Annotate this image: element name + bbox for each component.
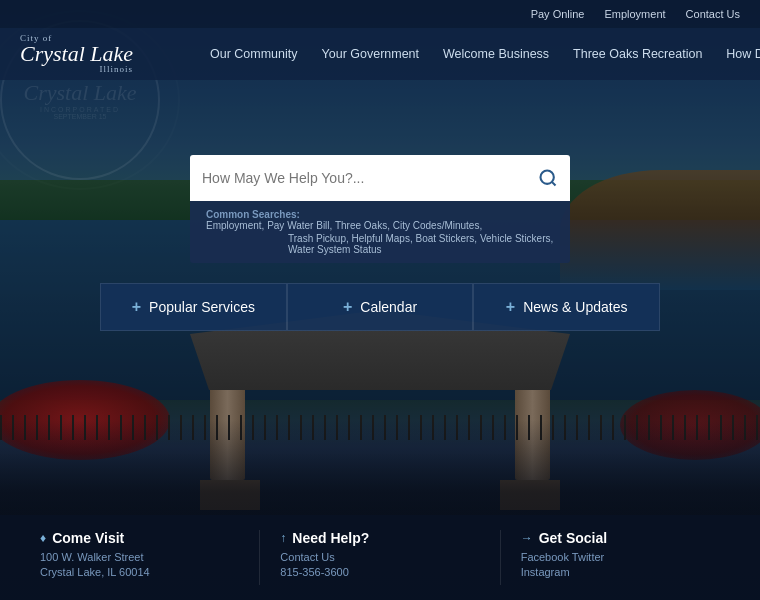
footer-divider-2	[500, 530, 501, 585]
nav-your-government[interactable]: Your Government	[312, 41, 430, 67]
pay-online-link[interactable]: Pay Online	[531, 8, 585, 20]
search-box	[190, 155, 570, 201]
common-searches-row2: Trash Pickup, Helpful Maps, Boat Sticker…	[206, 233, 554, 255]
calendar-label: Calendar	[360, 299, 417, 315]
main-nav: City of Crystal Lake Illinois Our Commun…	[0, 28, 760, 80]
social-icon: →	[521, 531, 533, 545]
help-icon: ↑	[280, 531, 286, 545]
logo-text: City of Crystal Lake Illinois	[20, 34, 133, 74]
utility-bar: Pay Online Employment Contact Us	[0, 0, 760, 28]
logo: City of Crystal Lake Illinois	[20, 34, 170, 74]
nav-links: Our Community Your Government Welcome Bu…	[200, 41, 760, 67]
footer-come-visit-text: 100 W. Walker Street Crystal Lake, IL 60…	[40, 550, 239, 581]
nav-welcome-business[interactable]: Welcome Business	[433, 41, 559, 67]
employment-link[interactable]: Employment	[604, 8, 665, 20]
location-icon: ♦	[40, 531, 46, 545]
nav-our-community[interactable]: Our Community	[200, 41, 308, 67]
action-buttons: + Popular Services + Calendar + News & U…	[100, 283, 660, 331]
footer-section: ♦ Come Visit 100 W. Walker Street Crysta…	[0, 515, 760, 600]
common-searches: Common Searches: Employment, Pay Water B…	[190, 201, 570, 263]
calendar-icon: +	[343, 298, 352, 316]
search-button[interactable]	[538, 168, 558, 188]
popular-services-btn[interactable]: + Popular Services	[100, 283, 287, 331]
footer-title-2: Get Social	[539, 530, 607, 546]
footer-need-help-title: ↑ Need Help?	[280, 530, 479, 546]
footer-come-visit-title: ♦ Come Visit	[40, 530, 239, 546]
common-searches-label: Common Searches:	[206, 209, 300, 220]
svg-point-0	[541, 171, 554, 184]
footer-get-social-title: → Get Social	[521, 530, 720, 546]
contact-us-link[interactable]: Contact Us	[686, 8, 740, 20]
footer-title-0: Come Visit	[52, 530, 124, 546]
search-input[interactable]	[202, 170, 538, 186]
footer-come-visit: ♦ Come Visit 100 W. Walker Street Crysta…	[40, 530, 239, 585]
common-searches-links-row2: Trash Pickup, Helpful Maps, Boat Sticker…	[288, 233, 554, 255]
footer-get-social-text: Facebook Twitter Instagram	[521, 550, 720, 581]
nav-how-do-i[interactable]: How Do I?	[716, 41, 760, 67]
logo-city-of: City of	[20, 34, 133, 43]
news-updates-icon: +	[506, 298, 515, 316]
popular-services-icon: +	[132, 298, 141, 316]
common-searches-row1: Common Searches: Employment, Pay Water B…	[206, 209, 554, 231]
footer-need-help: ↑ Need Help? Contact Us 815-356-3600	[280, 530, 479, 585]
news-updates-btn[interactable]: + News & Updates	[473, 283, 660, 331]
news-updates-label: News & Updates	[523, 299, 627, 315]
common-searches-links-row1: Employment, Pay Water Bill, Three Oaks, …	[206, 220, 482, 231]
calendar-btn[interactable]: + Calendar	[287, 283, 474, 331]
footer-get-social: → Get Social Facebook Twitter Instagram	[521, 530, 720, 585]
search-section: Common Searches: Employment, Pay Water B…	[190, 155, 570, 263]
footer-title-1: Need Help?	[292, 530, 369, 546]
nav-three-oaks[interactable]: Three Oaks Recreation	[563, 41, 712, 67]
logo-illinois: Illinois	[20, 65, 133, 74]
footer-divider-1	[259, 530, 260, 585]
svg-line-1	[552, 182, 556, 186]
popular-services-label: Popular Services	[149, 299, 255, 315]
footer-need-help-text: Contact Us 815-356-3600	[280, 550, 479, 581]
